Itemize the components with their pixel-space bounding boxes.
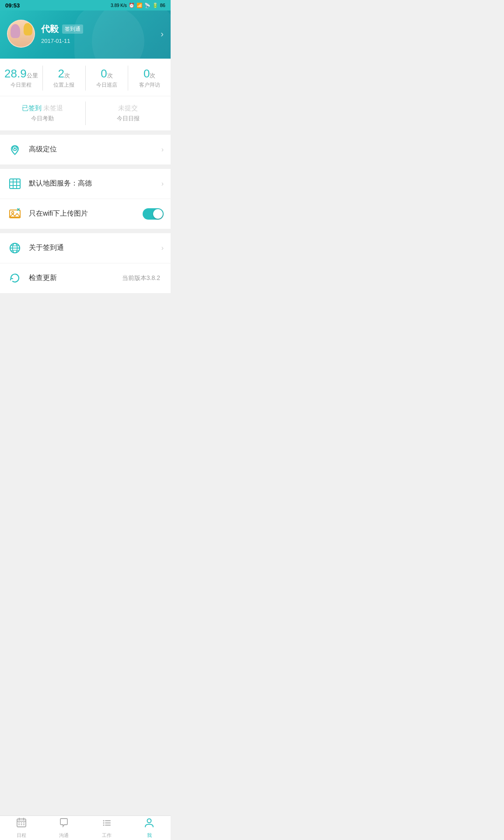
attendance-section: 已签到 未签退 今日考勤 未提交 今日日报 [0, 96, 171, 130]
attendance-report[interactable]: 未提交 今日日报 [86, 102, 171, 125]
stat-mileage-value: 28.9公里 [3, 67, 40, 80]
header-left: 代毅 签到通 2017-01-11 [7, 20, 83, 48]
toggle-knob [153, 209, 163, 219]
stat-location-label: 位置上报 [46, 81, 83, 89]
stat-visit: 0次 客户拜访 [128, 66, 171, 91]
globe-icon [7, 240, 23, 256]
wifi-upload-toggle[interactable] [143, 208, 164, 220]
menu-item-about[interactable]: 关于签到通 › [0, 233, 171, 263]
image-upload-icon [7, 206, 23, 222]
app-name-tag: 签到通 [62, 24, 83, 34]
wifi-icon: 📶 [136, 3, 143, 8]
menu-gps-arrow: › [161, 146, 164, 154]
stat-visit-value: 0次 [131, 67, 168, 80]
user-info: 代毅 签到通 2017-01-11 [41, 23, 83, 44]
speed-indicator: 3.89 K/s [111, 3, 127, 8]
svg-rect-2 [10, 179, 20, 189]
attendance-checkin-label: 今日考勤 [3, 115, 83, 122]
battery-icon: 🔋 [152, 3, 158, 8]
user-name: 代毅 [41, 23, 59, 35]
map-icon [7, 176, 23, 192]
attendance-report-status: 未提交 [88, 104, 168, 112]
battery-level: 86 [160, 3, 165, 8]
svg-point-1 [14, 147, 16, 149]
menu-map-text: 默认地图服务：高德 [29, 179, 161, 188]
menu-update-version: 当前版本3.8.2 [122, 274, 160, 282]
stat-location-value: 2次 [46, 67, 83, 80]
section-divider-1 [0, 130, 171, 135]
status-bar: 09:53 3.89 K/s ⏰ 📶 📡 🔋 86 [0, 0, 171, 10]
stat-patrol-label: 今日巡店 [88, 81, 126, 89]
menu-section-gps: 高级定位 › [0, 135, 171, 164]
stat-visit-label: 客户拜访 [131, 81, 168, 89]
menu-update-text: 检查更新 [29, 273, 122, 283]
section-divider-3 [0, 229, 171, 233]
menu-item-gps[interactable]: 高级定位 › [0, 135, 171, 164]
clock-icon: ⏰ [129, 3, 135, 8]
header-arrow[interactable]: › [161, 29, 164, 39]
menu-section-map: 默认地图服务：高德 › 只在wifi下上传图片 [0, 169, 171, 229]
stat-patrol: 0次 今日巡店 [86, 66, 129, 91]
attendance-checkin-status: 已签到 未签退 [3, 104, 83, 112]
status-icons: 3.89 K/s ⏰ 📶 📡 🔋 86 [111, 3, 165, 8]
refresh-icon [7, 270, 23, 286]
menu-item-update[interactable]: 检查更新 当前版本3.8.2 [0, 263, 171, 293]
pin-icon [7, 142, 23, 158]
attendance-report-label: 今日日报 [88, 115, 168, 122]
section-divider-2 [0, 164, 171, 169]
menu-gps-text: 高级定位 [29, 145, 161, 154]
avatar [7, 20, 35, 48]
menu-about-text: 关于签到通 [29, 243, 161, 252]
status-time: 09:53 [5, 2, 20, 9]
stat-mileage-label: 今日里程 [3, 81, 40, 89]
menu-about-arrow: › [161, 244, 164, 252]
attendance-checkin[interactable]: 已签到 未签退 今日考勤 [0, 102, 86, 125]
menu-map-arrow: › [161, 180, 164, 188]
stat-patrol-value: 0次 [88, 67, 126, 80]
menu-item-map[interactable]: 默认地图服务：高德 › [0, 169, 171, 199]
stat-mileage: 28.9公里 今日里程 [0, 66, 43, 91]
user-header[interactable]: 代毅 签到通 2017-01-11 › [0, 10, 171, 59]
menu-item-wifi[interactable]: 只在wifi下上传图片 [0, 199, 171, 229]
user-date: 2017-01-11 [41, 38, 83, 44]
stats-section: 28.9公里 今日里程 2次 位置上报 0次 今日巡店 0次 客户拜访 [0, 59, 171, 96]
stat-location: 2次 位置上报 [43, 66, 86, 91]
signal-icon: 📡 [144, 3, 150, 8]
menu-section-about: 关于签到通 › 检查更新 当前版本3.8.2 [0, 233, 171, 293]
menu-wifi-text: 只在wifi下上传图片 [29, 209, 143, 218]
